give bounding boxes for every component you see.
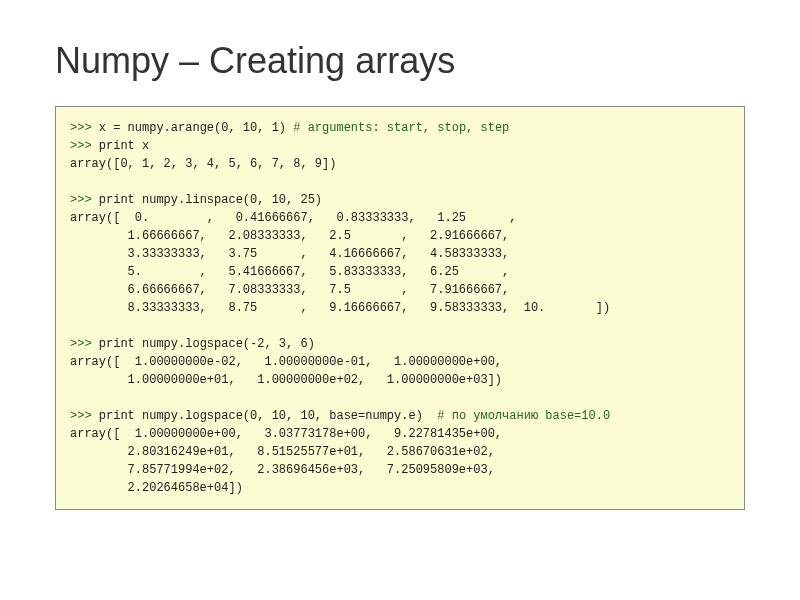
slide-title: Numpy – Creating arrays bbox=[55, 40, 745, 82]
output-line: 6.66666667, 7.08333333, 7.5 , 7.91666667… bbox=[70, 283, 509, 297]
prompt: >>> bbox=[70, 409, 99, 423]
output-line: 1.66666667, 2.08333333, 2.5 , 2.91666667… bbox=[70, 229, 509, 243]
output-line: 7.85771994e+02, 2.38696456e+03, 7.250958… bbox=[70, 463, 495, 477]
prompt: >>> bbox=[70, 337, 99, 351]
code-line: print x bbox=[99, 139, 149, 153]
code-line: print numpy.logspace(-2, 3, 6) bbox=[99, 337, 315, 351]
output-line: 5. , 5.41666667, 5.83333333, 6.25 , bbox=[70, 265, 509, 279]
output-line: 3.33333333, 3.75 , 4.16666667, 4.5833333… bbox=[70, 247, 509, 261]
output-line: 8.33333333, 8.75 , 9.16666667, 9.5833333… bbox=[70, 301, 610, 315]
prompt: >>> bbox=[70, 139, 99, 153]
prompt: >>> bbox=[70, 121, 99, 135]
output-line: array([ 0. , 0.41666667, 0.83333333, 1.2… bbox=[70, 211, 516, 225]
comment: # arguments: start, stop, step bbox=[293, 121, 509, 135]
code-block: >>> x = numpy.arange(0, 10, 1) # argumen… bbox=[55, 106, 745, 510]
output-line: 2.80316249e+01, 8.51525577e+01, 2.586706… bbox=[70, 445, 495, 459]
output-line: array([ 1.00000000e-02, 1.00000000e-01, … bbox=[70, 355, 502, 369]
output-line: array([ 1.00000000e+00, 3.03773178e+00, … bbox=[70, 427, 502, 441]
output-line: 1.00000000e+01, 1.00000000e+02, 1.000000… bbox=[70, 373, 502, 387]
comment: # по умолчанию base=10.0 bbox=[437, 409, 610, 423]
code-line: print numpy.linspace(0, 10, 25) bbox=[99, 193, 322, 207]
output-line: array([0, 1, 2, 3, 4, 5, 6, 7, 8, 9]) bbox=[70, 157, 336, 171]
prompt: >>> bbox=[70, 193, 99, 207]
code-line: print numpy.logspace(0, 10, 10, base=num… bbox=[99, 409, 437, 423]
output-line: 2.20264658e+04]) bbox=[70, 481, 243, 495]
code-line: x = numpy.arange(0, 10, 1) bbox=[99, 121, 293, 135]
